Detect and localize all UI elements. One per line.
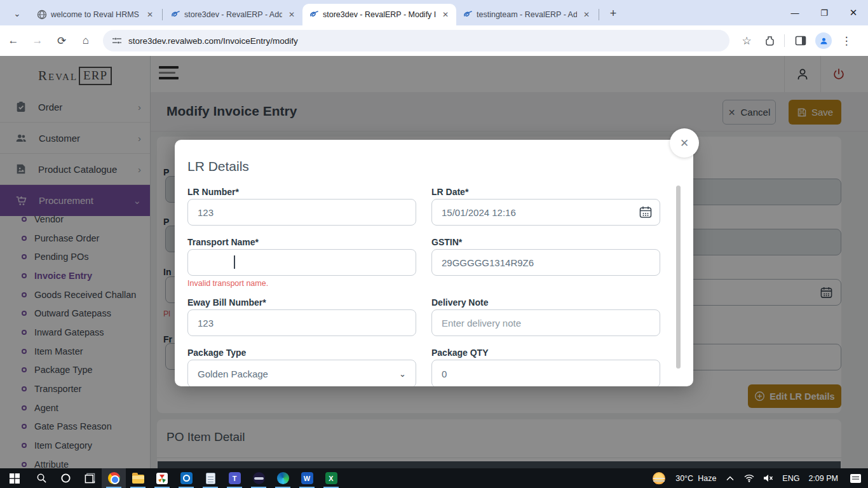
- reload-button[interactable]: ⟳: [51, 30, 72, 51]
- notepad-icon: [206, 473, 215, 484]
- taskbar-word-icon[interactable]: W: [295, 468, 319, 488]
- volume-muted-icon[interactable]: [759, 468, 778, 488]
- weather-temperature[interactable]: 30°C: [671, 474, 698, 483]
- delivery-note-input[interactable]: [431, 309, 660, 336]
- excel-icon: X: [325, 472, 337, 484]
- tray-chevron-up-icon[interactable]: [721, 468, 740, 488]
- taskbar-tray: 30°C Haze ENG 2:09 PM: [647, 468, 868, 488]
- lr-date-input[interactable]: [431, 199, 660, 226]
- windows-logo-icon: [10, 473, 20, 484]
- tab-title: store3dev - RevalERP - Add Inv: [184, 10, 282, 19]
- address-bar[interactable]: store3dev.revalweb.com/InvoiceEntry/modi…: [103, 30, 729, 51]
- taskbar-outlook-icon[interactable]: [174, 468, 198, 488]
- cortana-icon: [60, 473, 71, 484]
- window-controls: — ❐ ✕: [780, 0, 868, 25]
- revalerp-favicon: [463, 10, 473, 20]
- forward-button[interactable]: →: [27, 30, 48, 51]
- transport-name-input[interactable]: [187, 249, 416, 276]
- weather-condition[interactable]: Haze: [698, 474, 721, 483]
- taskbar-pinwheel-app-icon[interactable]: [150, 468, 174, 488]
- screen: ⌄ welcome to Reval HRMS ✕ store3dev - Re…: [0, 0, 868, 488]
- browser-toolbar: ← → ⟳ ⌂ store3dev.revalweb.com/InvoiceEn…: [0, 25, 868, 56]
- package-type-select[interactable]: Golden Package ⌄: [187, 360, 416, 386]
- search-icon: [36, 473, 47, 484]
- transport-name-field: [187, 249, 416, 276]
- back-button[interactable]: ←: [3, 30, 24, 51]
- taskbar-teams-icon[interactable]: T: [222, 468, 247, 488]
- chrome-icon: [108, 472, 120, 484]
- browser-tab-strip: ⌄ welcome to Reval HRMS ✕ store3dev - Re…: [0, 0, 868, 25]
- taskbar-eclipse-icon[interactable]: [247, 468, 271, 488]
- globe-icon: [37, 10, 47, 20]
- teams-icon: T: [229, 472, 241, 484]
- browser-tab-3-active[interactable]: store3dev - RevalERP - Modify I ✕: [302, 4, 456, 25]
- eway-bill-input[interactable]: [187, 309, 416, 336]
- gstin-input[interactable]: [431, 249, 660, 276]
- clock[interactable]: 2:09 PM: [804, 474, 843, 483]
- bookmark-star-icon[interactable]: ☆: [736, 30, 757, 51]
- task-view-button[interactable]: [78, 468, 102, 488]
- modal-scrollbar[interactable]: [676, 186, 681, 369]
- cortana-button[interactable]: [53, 468, 78, 488]
- taskbar-notepad-icon[interactable]: [198, 468, 222, 488]
- taskbar-excel-icon[interactable]: X: [319, 468, 343, 488]
- package-type-label: Package Type: [187, 348, 246, 358]
- text-cursor: [234, 255, 235, 269]
- lr-number-label: LR Number*: [187, 187, 239, 197]
- home-button[interactable]: ⌂: [75, 30, 97, 51]
- tab-close-icon[interactable]: ✕: [144, 9, 156, 20]
- profile-avatar[interactable]: [813, 30, 834, 51]
- lr-details-modal: LR Details LR Number* LR Date* Transport…: [175, 140, 693, 386]
- windows-taskbar: T W X 30°C Haze ENG 2:09 PM: [0, 468, 868, 488]
- folder-icon: [132, 475, 144, 484]
- task-view-icon: [85, 473, 95, 484]
- taskbar-edge-icon[interactable]: [271, 468, 295, 488]
- transport-name-label: Transport Name*: [187, 237, 259, 247]
- package-qty-label: Package QTY: [431, 348, 489, 358]
- tab-divider: [599, 9, 599, 20]
- tab-close-icon[interactable]: ✕: [440, 9, 451, 20]
- taskbar-chrome-icon[interactable]: [102, 468, 126, 488]
- revalerp-favicon: [309, 10, 319, 20]
- modal-content: LR Details LR Number* LR Date* Transport…: [175, 140, 693, 386]
- weather-icon[interactable]: [647, 468, 671, 488]
- toolbar-divider: [784, 34, 785, 47]
- tab-close-icon[interactable]: ✕: [581, 9, 592, 20]
- browser-tab-1[interactable]: welcome to Reval HRMS ✕: [31, 4, 161, 25]
- sun-haze-icon: [653, 472, 665, 485]
- package-qty-input[interactable]: [431, 360, 660, 386]
- word-icon: W: [301, 472, 313, 484]
- language-indicator[interactable]: ENG: [778, 474, 804, 483]
- taskbar-search-button[interactable]: [29, 468, 53, 488]
- avatar: [815, 32, 832, 49]
- calendar-icon[interactable]: [639, 205, 653, 222]
- eclipse-icon: [253, 472, 265, 484]
- extension-icon[interactable]: [759, 30, 780, 51]
- url-text: store3dev.revalweb.com/InvoiceEntry/modi…: [128, 36, 298, 46]
- modal-title: LR Details: [187, 159, 249, 174]
- toolbar-right: ☆ ⋮: [735, 30, 857, 51]
- delivery-note-label: Delivery Note: [431, 297, 488, 308]
- eway-bill-label: Eway Bill Number*: [187, 297, 266, 308]
- modal-close-button[interactable]: ✕: [670, 128, 699, 158]
- edge-icon: [277, 472, 289, 484]
- window-minimize-button[interactable]: —: [780, 0, 810, 25]
- tab-list-chevron-icon[interactable]: ⌄: [6, 4, 28, 22]
- wifi-icon[interactable]: [740, 468, 759, 488]
- browser-tab-4[interactable]: testingteam - RevalERP - Add V ✕: [456, 4, 597, 25]
- lr-number-input[interactable]: [187, 199, 416, 226]
- new-tab-button[interactable]: +: [604, 4, 622, 22]
- browser-tab-2[interactable]: store3dev - RevalERP - Add Inv ✕: [164, 4, 302, 25]
- notification-icon: [850, 474, 861, 483]
- window-restore-button[interactable]: ❐: [810, 0, 839, 25]
- side-panel-icon[interactable]: [790, 30, 811, 51]
- window-close-button[interactable]: ✕: [839, 0, 868, 25]
- tab-title: store3dev - RevalERP - Modify I: [323, 10, 436, 19]
- site-settings-icon[interactable]: [112, 36, 122, 46]
- browser-menu-icon[interactable]: ⋮: [836, 30, 857, 51]
- tab-close-icon[interactable]: ✕: [286, 9, 297, 20]
- start-button[interactable]: [0, 468, 29, 488]
- pinwheel-icon: [156, 473, 168, 484]
- action-center-icon[interactable]: [843, 468, 868, 488]
- taskbar-file-explorer-icon[interactable]: [126, 468, 150, 488]
